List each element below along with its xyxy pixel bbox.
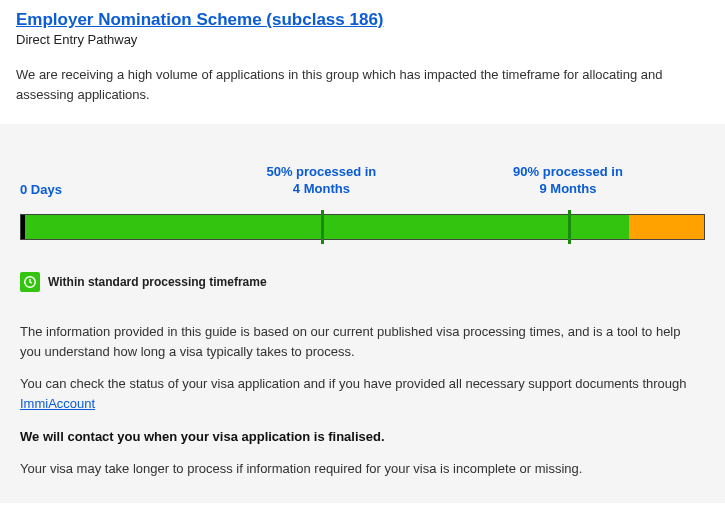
timeline-end-line2: 9 Months <box>539 181 596 196</box>
bar-green-segment <box>25 215 633 239</box>
info-para-2-text: You can check the status of your visa ap… <box>20 376 687 391</box>
timeline-label-start: 0 Days <box>20 182 140 199</box>
immiaccount-link[interactable]: ImmiAccount <box>20 396 95 411</box>
info-para-2: You can check the status of your visa ap… <box>20 374 705 414</box>
info-para-3: We will contact you when your visa appli… <box>20 427 705 447</box>
info-para-1: The information provided in this guide i… <box>20 322 705 362</box>
intro-paragraph: We are receiving a high volume of applic… <box>0 47 725 124</box>
processing-panel: 0 Days 50% processed in 4 Months 90% pro… <box>0 124 725 304</box>
status-text: Within standard processing timeframe <box>48 275 267 289</box>
status-clock-icon <box>20 272 40 292</box>
timeline-end-line1: 90% processed in <box>513 164 623 179</box>
timeline-mid-line1: 50% processed in <box>266 164 376 179</box>
scheme-subtitle: Direct Entry Pathway <box>16 32 709 47</box>
timeline: 0 Days 50% processed in 4 Months 90% pro… <box>20 164 705 240</box>
progress-bar <box>20 214 705 240</box>
timeline-label-end: 90% processed in 9 Months <box>508 164 628 198</box>
scheme-title-link[interactable]: Employer Nomination Scheme (subclass 186… <box>16 10 384 29</box>
timeline-start-text: 0 Days <box>20 182 62 197</box>
timeline-label-mid: 50% processed in 4 Months <box>261 164 381 198</box>
bar-orange-segment <box>629 215 704 239</box>
info-block: The information provided in this guide i… <box>0 304 725 503</box>
info-para-4: Your visa may take longer to process if … <box>20 459 705 479</box>
timeline-mid-line2: 4 Months <box>293 181 350 196</box>
tick-90-percent <box>568 210 571 244</box>
status-row: Within standard processing timeframe <box>20 272 705 292</box>
tick-50-percent <box>321 210 324 244</box>
